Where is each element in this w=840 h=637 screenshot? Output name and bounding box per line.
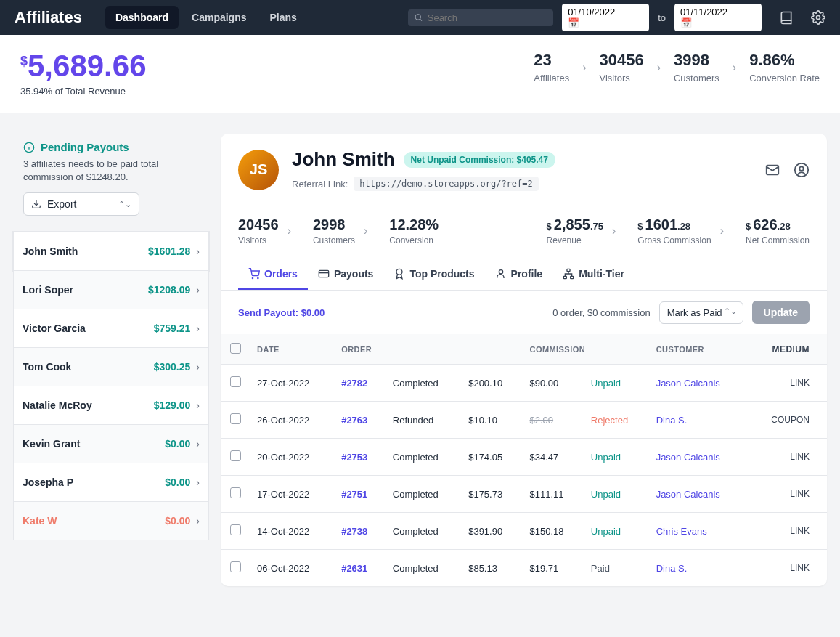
chevron-right-icon: › <box>288 224 291 238</box>
customer-link[interactable]: Dina S. <box>656 563 688 574</box>
search-input[interactable] <box>428 12 547 23</box>
user-icon[interactable] <box>794 162 810 178</box>
mail-icon[interactable] <box>764 162 780 178</box>
customer-link[interactable]: Chris Evans <box>656 526 707 537</box>
affiliate-row[interactable]: Victor Garcia $759.21 › <box>13 309 209 348</box>
tab-profile[interactable]: Profile <box>485 259 553 290</box>
affiliate-row[interactable]: Tom Cook $300.25 › <box>13 348 209 386</box>
th-medium: MEDIUM <box>748 334 827 365</box>
export-button[interactable]: Export ⌃⌄ <box>23 192 139 216</box>
cell-medium: LINK <box>748 439 827 476</box>
nav-plans[interactable]: Plans <box>260 6 307 29</box>
avatar: JS <box>238 150 279 190</box>
order-link[interactable]: #2753 <box>341 452 367 463</box>
cell-medium: LINK <box>748 550 827 587</box>
row-checkbox[interactable] <box>230 561 241 572</box>
chevron-right-icon: › <box>196 361 200 373</box>
svg-rect-18 <box>571 276 574 278</box>
nav-dashboard[interactable]: Dashboard <box>105 6 179 29</box>
th-date: DATE <box>250 334 334 365</box>
order-link[interactable]: #2738 <box>341 526 367 537</box>
settings-icon[interactable] <box>811 10 825 25</box>
table-row: 20-Oct-2022 #2753 Completed $174.05 $34.… <box>221 439 827 476</box>
cell-medium: LINK <box>748 476 827 513</box>
affiliate-name: Kate W <box>23 515 57 527</box>
profile-actions <box>764 162 810 178</box>
row-checkbox[interactable] <box>230 524 241 535</box>
customer-link[interactable]: Jason Calcanis <box>656 489 720 500</box>
award-icon <box>394 268 405 280</box>
order-count-label: 0 order, $0 commission <box>552 307 650 318</box>
cell-status: Completed <box>386 476 461 513</box>
sitemap-icon <box>563 268 574 280</box>
row-checkbox[interactable] <box>230 450 241 461</box>
order-link[interactable]: #2631 <box>341 563 367 574</box>
kpi-row: 23 Affiliates › 30456 Visitors › 3998 Cu… <box>534 51 820 84</box>
chevron-right-icon: › <box>720 224 724 238</box>
kpi-affiliates: 23 Affiliates <box>534 51 569 84</box>
date-from-input[interactable]: 📅 <box>562 4 649 31</box>
payment-status: Unpaid <box>591 526 621 537</box>
customer-link[interactable]: Jason Calcanis <box>656 378 720 389</box>
docs-icon[interactable] <box>779 10 794 25</box>
svg-point-11 <box>258 277 258 278</box>
kpi-visitors: 30456 Visitors <box>599 51 643 84</box>
pending-title: Pending Payouts <box>23 141 199 153</box>
cell-commission: $111.11 <box>523 476 584 513</box>
row-checkbox[interactable] <box>230 413 241 424</box>
update-button[interactable]: Update <box>752 301 810 324</box>
th-order: ORDER <box>334 334 522 365</box>
svg-point-2 <box>817 16 820 20</box>
row-checkbox[interactable] <box>230 376 241 387</box>
affiliate-row[interactable]: John Smith $1601.28 › <box>13 232 209 271</box>
profile-name: John Smith <box>292 148 395 171</box>
order-link[interactable]: #2782 <box>341 378 367 389</box>
order-link[interactable]: #2751 <box>341 489 367 500</box>
affiliate-row[interactable]: Natalie McRoy $129.00 › <box>13 386 209 425</box>
affiliate-amount: $0.00 <box>165 438 190 450</box>
customer-link[interactable]: Jason Calcanis <box>656 452 720 463</box>
affiliate-row[interactable]: Kevin Grant $0.00 › <box>13 425 209 463</box>
customer-link[interactable]: Dina S. <box>656 415 688 426</box>
revenue-subtitle: 35.94% of Total Revenue <box>20 86 147 97</box>
referral-link[interactable]: https://demo.storeapps.org/?ref=2 <box>354 177 538 191</box>
tab-multi-tier[interactable]: Multi-Tier <box>552 259 635 290</box>
send-payout-link[interactable]: Send Payout: $0.00 <box>238 307 325 318</box>
cell-date: 26-Oct-2022 <box>250 402 334 439</box>
chevron-right-icon: › <box>196 322 200 334</box>
cell-status: Completed <box>386 550 461 587</box>
tabs: Orders Payouts Top Products Profile Mult… <box>221 259 827 291</box>
select-all-checkbox[interactable] <box>230 343 241 354</box>
mark-as-select[interactable]: Mark as Paid ⌃⌄ <box>659 301 743 324</box>
svg-line-1 <box>420 19 422 20</box>
profile-metrics: 20456 Visitors › 2998 Customers › 12.28% <box>221 206 827 259</box>
cell-amount: $174.05 <box>461 439 522 476</box>
affiliate-amount: $0.00 <box>165 515 190 527</box>
selector-icon: ⌃⌄ <box>118 200 131 209</box>
affiliate-row[interactable]: Lori Soper $1208.09 › <box>13 271 209 309</box>
payment-status: Unpaid <box>591 489 621 500</box>
metric-net-commission: $626.28 Net Commission <box>746 216 810 246</box>
revenue-block: $5,689.66 35.94% of Total Revenue <box>20 51 147 97</box>
row-checkbox[interactable] <box>230 487 241 498</box>
tab-payouts[interactable]: Payouts <box>308 259 383 290</box>
search-input-wrap[interactable] <box>408 9 553 26</box>
affiliate-row[interactable]: Josepha P $0.00 › <box>13 463 209 502</box>
chevron-right-icon: › <box>196 399 200 411</box>
nav-campaigns[interactable]: Campaigns <box>182 6 256 29</box>
cell-amount: $85.13 <box>461 550 522 587</box>
download-icon <box>31 199 41 209</box>
affiliate-name: Lori Soper <box>23 284 73 296</box>
cell-commission: $2.00 <box>523 402 584 439</box>
action-bar: Send Payout: $0.00 0 order, $0 commissio… <box>221 291 827 334</box>
metric-conversion: 12.28% Conversion <box>389 216 439 246</box>
date-to-input[interactable]: 📅 <box>674 4 762 31</box>
tab-top-products[interactable]: Top Products <box>383 259 484 290</box>
chevron-right-icon: › <box>364 224 367 238</box>
tab-orders[interactable]: Orders <box>238 259 308 290</box>
cell-status: Completed <box>386 513 461 550</box>
th-customer: CUSTOMER <box>649 334 748 365</box>
affiliate-row[interactable]: Kate W $0.00 › <box>13 502 209 540</box>
svg-rect-12 <box>319 270 328 277</box>
order-link[interactable]: #2763 <box>341 415 367 426</box>
